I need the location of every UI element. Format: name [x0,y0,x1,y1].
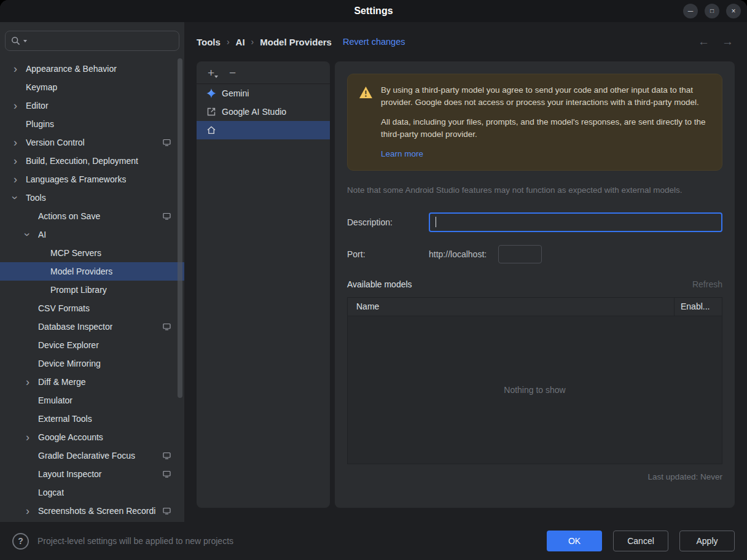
maximize-icon: □ [710,8,714,14]
provider-toolbar: + − [197,61,330,84]
back-arrow-icon[interactable]: ← [698,35,710,49]
sidebar-item-plugins[interactable]: Plugins [0,115,184,133]
remove-provider-button[interactable]: − [229,67,236,79]
sidebar-item-device-mirroring[interactable]: Device Mirroring [0,354,184,373]
revert-changes-link[interactable]: Revert changes [343,37,405,47]
sidebar-item-layout-inspector[interactable]: Layout Inspector [0,465,184,483]
available-models-label: Available models [347,279,412,289]
window-controls: ─ □ × [683,4,741,18]
third-party-warning-banner: By using a third-party model you agree t… [347,74,722,171]
chevron-right-icon[interactable]: › [10,100,21,111]
sidebar-scrollbar[interactable] [178,58,182,398]
sidebar-item-emulator[interactable]: Emulator [0,391,184,410]
chevron-right-icon[interactable]: › [22,505,33,516]
sidebar-item-ai[interactable]: ›AI [0,225,184,244]
sidebar-item-screenshots-screen-recordi[interactable]: ›Screenshots & Screen Recordi [0,502,184,520]
sidebar-item-languages-frameworks[interactable]: ›Languages & Frameworks [0,170,184,189]
chevron-down-icon[interactable]: › [10,192,21,203]
project-level-settings-icon [163,139,171,146]
add-provider-button[interactable]: + [208,67,214,79]
chevron-right-icon[interactable]: › [10,137,21,148]
search-input[interactable] [5,31,179,51]
sidebar-item-gradle-declarative-focus[interactable]: Gradle Declarative Focus [0,446,184,465]
sidebar-item-device-explorer[interactable]: Device Explorer [0,336,184,354]
breadcrumb-tools[interactable]: Tools [197,37,221,47]
sidebar-item-editor[interactable]: ›Editor [0,96,184,115]
sidebar-item-actions-on-save[interactable]: Actions on Save [0,207,184,225]
help-button[interactable]: ? [12,533,29,550]
minimize-icon: ─ [688,7,694,15]
sidebar-item-diff-merge[interactable]: ›Diff & Merge [0,373,184,391]
breadcrumb-model-providers[interactable]: Model Providers [260,37,332,47]
sidebar-item-google-accounts[interactable]: ›Google Accounts [0,428,184,446]
titlebar: Settings ─ □ × [0,0,747,22]
ok-button[interactable]: OK [547,531,602,551]
close-button[interactable]: × [726,4,741,18]
close-icon: × [731,7,735,15]
sidebar-item-label: Editor [26,101,49,111]
sidebar-item-mcp-servers[interactable]: MCP Servers [0,244,184,262]
google-ai-studio-icon [206,107,216,117]
breadcrumb-ai[interactable]: AI [236,37,245,47]
external-models-note: Note that some Android Studio features m… [347,185,722,195]
provider-item-google-ai-studio[interactable]: Google AI Studio [197,103,330,121]
models-table: Name Enabl... Nothing to show [347,297,722,464]
sidebar-item-label: Google Accounts [38,432,103,442]
refresh-button[interactable]: Refresh [692,279,722,289]
footer-buttons: OK Cancel Apply [547,531,735,551]
chevron-down-icon[interactable]: › [22,229,33,240]
provider-item-gemini[interactable]: Gemini [197,84,330,103]
sidebar-item-label: Database Inspector [38,322,112,332]
forward-arrow-icon[interactable]: → [722,35,733,49]
column-header-name[interactable]: Name [348,298,674,316]
project-level-settings-icon [163,470,171,478]
sidebar-item-model-providers[interactable]: Model Providers [0,262,184,281]
sidebar-item-label: Version Control [26,138,85,147]
breadcrumb-separator-icon: › [251,37,254,47]
provider-list: GeminiGoogle AI Studio [197,84,330,508]
learn-more-link[interactable]: Learn more [381,149,423,158]
sidebar-item-build-execution-deployment[interactable]: ›Build, Execution, Deployment [0,152,184,170]
description-input[interactable] [429,212,722,232]
chevron-right-icon[interactable]: › [10,174,21,185]
port-prefix: http://localhost: [429,249,487,259]
chevron-right-icon[interactable]: › [22,376,33,387]
sidebar-item-external-tools[interactable]: External Tools [0,410,184,428]
help-icon: ? [18,536,23,546]
sidebar-item-prompt-library[interactable]: Prompt Library [0,281,184,299]
sidebar-item-version-control[interactable]: ›Version Control [0,133,184,152]
warning-paragraph-1: By using a third-party model you agree t… [381,84,711,108]
settings-sidebar: ›Appearance & BehaviorKeymap›EditorPlugi… [0,22,184,522]
sidebar-item-database-inspector[interactable]: Database Inspector [0,317,184,336]
text-caret [436,217,436,227]
port-row: Port: http://localhost: [347,245,722,263]
port-input[interactable] [498,245,542,263]
available-models-header: Available models Refresh [347,279,722,289]
sidebar-item-label: CSV Formats [38,303,90,313]
chevron-right-icon[interactable]: › [10,63,21,74]
settings-tree: ›Appearance & BehaviorKeymap›EditorPlugi… [0,60,184,522]
minimize-button[interactable]: ─ [683,4,698,18]
cancel-button[interactable]: Cancel [613,531,668,551]
sidebar-item-logcat[interactable]: Logcat [0,483,184,502]
provider-item-new[interactable] [197,121,330,139]
sidebar-item-label: Emulator [38,395,72,405]
window-title: Settings [354,6,393,17]
sidebar-item-tools[interactable]: ›Tools [0,189,184,207]
sidebar-item-keymap[interactable]: Keymap [0,78,184,96]
breadcrumb: Tools › AI › Model Providers Revert chan… [197,22,735,61]
provider-item-label: Gemini [222,88,249,98]
sidebar-item-label: Logcat [38,488,64,497]
breadcrumb-separator-icon: › [227,37,230,47]
footer-note: Project-level settings will be applied t… [37,536,233,546]
apply-button[interactable]: Apply [679,531,735,551]
models-table-header: Name Enabl... [348,298,722,316]
maximize-button[interactable]: □ [705,4,719,18]
project-level-settings-icon [163,452,171,459]
chevron-right-icon[interactable]: › [10,155,21,166]
column-header-enabled[interactable]: Enabl... [674,298,722,316]
sidebar-item-appearance-behavior[interactable]: ›Appearance & Behavior [0,60,184,78]
sidebar-item-csv-formats[interactable]: CSV Formats [0,299,184,317]
home-icon [206,125,216,135]
chevron-right-icon[interactable]: › [22,432,33,443]
